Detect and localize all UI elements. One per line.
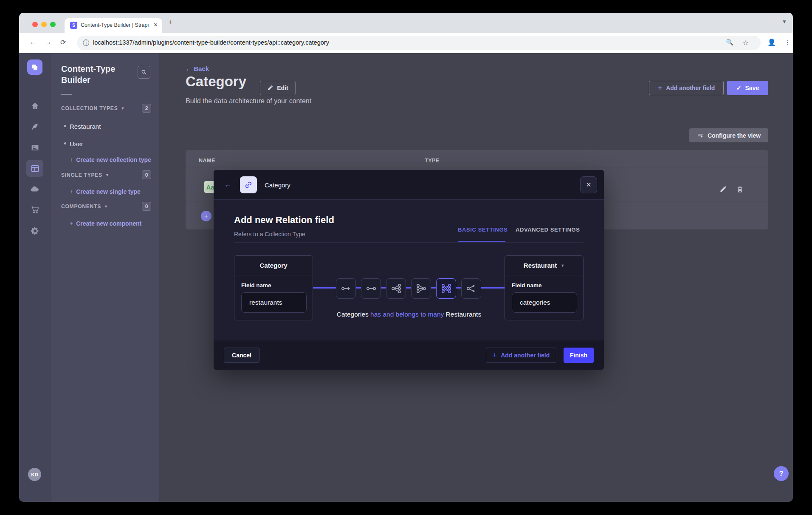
edit-button[interactable]: Edit [260, 81, 296, 95]
relation-link-icon [240, 176, 257, 193]
nav-rail: KD [19, 53, 50, 502]
target-collection-dropdown[interactable]: Restaurant ▼ [505, 256, 583, 275]
cancel-button[interactable]: Cancel [224, 348, 259, 363]
relation-type-many-to-one-button[interactable] [411, 278, 431, 299]
chevron-down-icon: ▼ [561, 263, 564, 268]
target-field-name-input[interactable]: categories [512, 292, 577, 313]
components-count-badge: 0 [142, 202, 151, 211]
sidebar-item-restaurant[interactable]: Restaurant [70, 123, 101, 130]
modal-title: Add new Relation field [234, 215, 334, 226]
address-bar[interactable]: ⓘ localhost:1337/admin/plugins/content-t… [77, 36, 761, 50]
strapi-logo-icon[interactable] [27, 59, 42, 75]
configure-lines-icon [697, 132, 704, 139]
modal-back-arrow-icon[interactable]: ← [224, 180, 231, 189]
modal-add-another-field-button[interactable]: + Add another field [486, 348, 556, 363]
relation-type-one-to-one-button[interactable] [361, 278, 381, 299]
relation-source-name: Categories [337, 311, 369, 318]
sidebar-divider [61, 94, 72, 95]
zoom-icon[interactable]: 🔍 [726, 39, 733, 45]
browser-toolbar: ← → ⟳ ⓘ localhost:1337/admin/plugins/con… [19, 33, 793, 53]
sidebar-item-user[interactable]: User [70, 140, 83, 147]
chevron-down-icon: ▼ [121, 106, 125, 110]
many-to-many-icon [441, 283, 452, 294]
tab-advanced-settings[interactable]: ADVANCED SETTINGS [516, 226, 580, 233]
add-another-field-button[interactable]: + Add another field [649, 81, 724, 95]
save-button[interactable]: ✓ Save [727, 81, 768, 95]
rail-content-feather-icon[interactable] [26, 118, 43, 135]
column-header-name: NAME [199, 158, 215, 164]
chevron-down-icon: ▼ [105, 173, 110, 177]
add-field-plus-icon[interactable]: + [201, 211, 211, 221]
relation-target-name: Restaurants [446, 311, 482, 318]
site-info-icon[interactable]: ⓘ [83, 39, 90, 48]
section-collection-types[interactable]: COLLECTION TYPES▼ [61, 105, 125, 111]
tab-close-icon[interactable]: ✕ [153, 22, 158, 28]
plus-icon: + [70, 156, 73, 163]
finish-button[interactable]: Finish [564, 348, 594, 363]
bookmark-star-icon[interactable]: ☆ [743, 39, 749, 47]
add-relation-field-modal: ← Category ✕ Add new Relation field Refe… [214, 170, 604, 370]
strapi-admin: KD Content-Type Builder COLLECTION TYPES… [19, 53, 793, 502]
browser-tab-strip: S Content-Type Builder | Strapi ✕ + ▼ [19, 13, 793, 33]
edit-field-pencil-icon[interactable] [719, 186, 727, 193]
menu-kebab-icon[interactable]: ⋮ [784, 38, 791, 46]
tab-search-chevron-icon[interactable]: ▼ [782, 19, 787, 25]
back-icon[interactable]: ← [30, 38, 37, 46]
search-button[interactable] [138, 66, 150, 79]
relation-verb: has and belongs to many [370, 311, 444, 318]
many-to-one-icon [416, 283, 427, 294]
create-component-link[interactable]: +Create new component [70, 220, 141, 227]
modal-header-title: Category [265, 181, 290, 189]
table-divider [186, 168, 768, 168]
configure-view-button[interactable]: Configure the view [689, 128, 768, 142]
rail-home-button[interactable] [26, 97, 43, 114]
profile-icon[interactable]: 👤 [767, 38, 776, 46]
plus-icon: + [70, 220, 73, 227]
browser-tab[interactable]: S Content-Type Builder | Strapi ✕ [65, 18, 162, 33]
tab-title: Content-Type Builder | Strapi [81, 22, 149, 28]
reload-icon[interactable]: ⟳ [60, 38, 66, 46]
source-field-name-input[interactable]: restaurants [241, 292, 307, 313]
tab-basic-settings[interactable]: BASIC SETTINGS [458, 226, 508, 233]
modal-header: ← Category ✕ [214, 170, 604, 200]
relation-type-many-way-button[interactable] [461, 278, 481, 299]
rail-marketplace-cart-icon[interactable] [26, 201, 43, 218]
collection-types-count-badge: 2 [142, 104, 151, 113]
relation-type-one-way-button[interactable] [336, 278, 356, 299]
back-link[interactable]: ← Back [186, 65, 209, 72]
relation-type-one-to-many-button[interactable] [386, 278, 406, 299]
modal-close-button[interactable]: ✕ [580, 176, 597, 193]
target-field-name-label: Field name [512, 282, 542, 289]
plus-icon: + [493, 351, 497, 360]
relation-sentence: Categories has and belongs to many Resta… [277, 311, 541, 318]
bullet-icon [64, 142, 66, 144]
window-maximize-button[interactable] [50, 22, 56, 27]
create-single-type-link[interactable]: +Create new single type [70, 188, 141, 195]
section-single-types[interactable]: SINGLE TYPES▼ [61, 172, 110, 178]
rail-cloud-icon[interactable] [26, 181, 43, 198]
window-minimize-button[interactable] [41, 22, 47, 27]
one-way-icon [341, 283, 352, 294]
user-avatar[interactable]: KD [28, 468, 41, 481]
plus-icon: + [658, 84, 663, 93]
rail-settings-gear-icon[interactable] [26, 222, 43, 239]
tabs-divider [234, 242, 584, 243]
rail-media-library-icon[interactable] [26, 139, 43, 156]
section-components[interactable]: COMPONENTS▼ [61, 204, 108, 209]
create-collection-type-link[interactable]: +Create new collection type [70, 156, 151, 163]
rail-content-type-builder-icon[interactable] [26, 160, 43, 177]
help-button[interactable]: ? [774, 466, 789, 481]
relation-type-many-to-many-button[interactable] [436, 278, 456, 299]
window-close-button[interactable] [32, 22, 38, 27]
column-header-type: TYPE [425, 158, 440, 164]
page-subtitle: Build the data architecture of your cont… [186, 97, 311, 105]
source-box-title: Category [234, 256, 313, 275]
delete-field-trash-icon[interactable] [736, 186, 744, 193]
modal-subtitle: Refers to a Collection Type [234, 231, 305, 238]
bullet-icon [64, 125, 66, 127]
forward-icon[interactable]: → [45, 38, 52, 46]
modal-footer: Cancel + Add another field Finish [214, 340, 604, 370]
new-tab-button[interactable]: + [169, 18, 173, 26]
pencil-icon [267, 85, 273, 91]
rail-divider [23, 80, 45, 80]
